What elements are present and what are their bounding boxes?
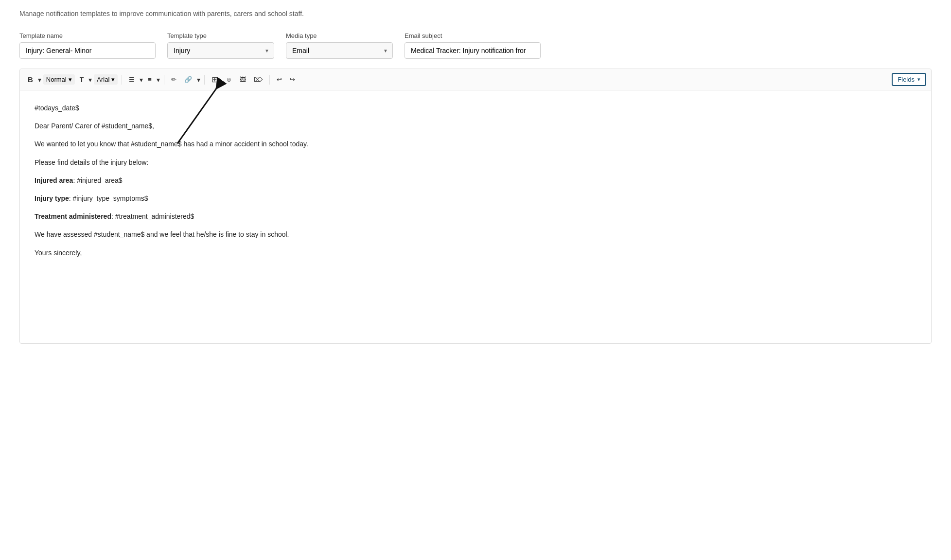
editor-line-injury-type: Injury type: #injury_type_symptoms$: [35, 192, 916, 205]
editor-line-please: Please find details of the injury below:: [35, 157, 916, 169]
editor-toolbar: B ▾ Normal ▾ T ▾ Arial ▾ ☰ ▾: [20, 69, 931, 90]
template-name-input[interactable]: [19, 42, 156, 59]
toolbar-sep-1: [122, 75, 122, 85]
eraser-button[interactable]: ⌦: [251, 74, 265, 85]
editor-body[interactable]: #todays_date$ Dear Parent/ Carer of #stu…: [20, 90, 931, 343]
editor-container: B ▾ Normal ▾ T ▾ Arial ▾ ☰ ▾: [19, 69, 932, 344]
fields-dropdown-chevron: ▾: [917, 76, 920, 83]
emoji-button[interactable]: ☺: [223, 74, 235, 85]
list-chevron: ▾: [140, 76, 143, 84]
fields-dropdown-button[interactable]: Fields ▾: [892, 73, 926, 86]
template-type-label: Template type: [167, 32, 274, 39]
form-fields-row: Template name Template type Injury Medic…: [19, 32, 932, 59]
editor-line-dear: Dear Parent/ Carer of #student_name$,: [35, 120, 916, 132]
bold-button[interactable]: B: [25, 74, 36, 85]
font-face-dropdown[interactable]: Arial ▾: [94, 74, 118, 85]
style-dropdown-chevron: ▾: [69, 76, 72, 83]
link-chevron: ▾: [197, 76, 200, 84]
table-button[interactable]: ⊞: [209, 74, 221, 86]
page-container: Manage notification templates to improve…: [0, 0, 951, 560]
bold-dropdown-chevron: ▾: [38, 76, 41, 84]
highlight-button[interactable]: ✏: [168, 74, 179, 85]
template-name-group: Template name: [19, 32, 156, 59]
redo-button[interactable]: ↪: [287, 74, 298, 85]
editor-line-date: #todays_date$: [35, 102, 916, 114]
media-type-label: Media type: [286, 32, 393, 39]
link-button[interactable]: 🔗: [181, 74, 195, 85]
toolbar-sep-4: [269, 75, 270, 85]
media-type-select[interactable]: Email SMS Push Notification: [286, 42, 393, 59]
editor-line-injured-area: Injured area: #injured_area$: [35, 175, 916, 187]
editor-line-wanted: We wanted to let you know that #student_…: [35, 138, 916, 150]
template-type-select-wrapper: Injury Medical General Attendance: [167, 42, 274, 59]
font-type-chevron: ▾: [88, 76, 92, 84]
template-type-group: Template type Injury Medical General Att…: [167, 32, 274, 59]
media-type-select-wrapper: Email SMS Push Notification: [286, 42, 393, 59]
editor-line-sincerely: Yours sincerely,: [35, 247, 916, 259]
undo-button[interactable]: ↩: [274, 74, 285, 85]
editor-line-assessed: We have assessed #student_name$ and we f…: [35, 228, 916, 241]
align-button[interactable]: ≡: [145, 74, 155, 85]
image-button[interactable]: 🖼: [237, 74, 249, 85]
email-subject-input[interactable]: [405, 42, 541, 59]
email-subject-group: Email subject: [405, 32, 541, 59]
toolbar-sep-3: [204, 75, 205, 85]
media-type-group: Media type Email SMS Push Notification: [286, 32, 393, 59]
toolbar-sep-2: [164, 75, 164, 85]
list-button[interactable]: ☰: [126, 74, 138, 85]
style-dropdown[interactable]: Normal ▾: [43, 74, 75, 85]
page-subtitle: Manage notification templates to improve…: [19, 10, 932, 18]
align-chevron: ▾: [157, 76, 160, 84]
template-type-select[interactable]: Injury Medical General Attendance: [167, 42, 274, 59]
email-subject-label: Email subject: [405, 32, 541, 39]
template-name-label: Template name: [19, 32, 156, 39]
font-type-button[interactable]: T: [77, 74, 87, 85]
editor-line-treatment: Treatment administered: #treatment_admin…: [35, 210, 916, 223]
font-face-chevron: ▾: [111, 76, 115, 83]
